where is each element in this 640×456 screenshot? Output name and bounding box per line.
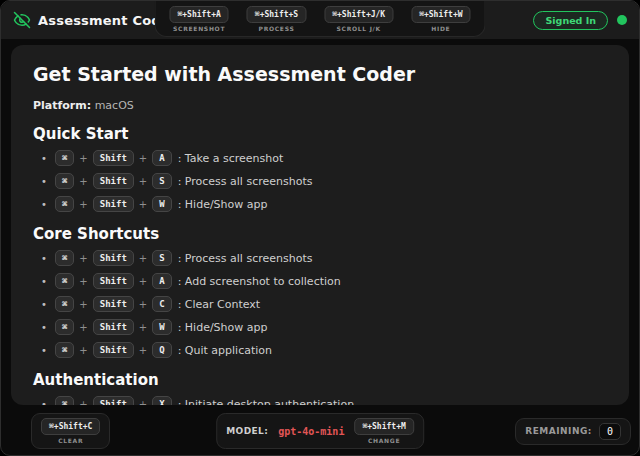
plus-separator: +	[139, 345, 147, 356]
remaining-box: REMAINING: 0	[515, 418, 631, 445]
shortcut-item: • ⌘+Shift+A : Take a screenshot	[41, 150, 607, 166]
shortcut-keys: ⌘+Shift+J/K	[324, 6, 393, 23]
clear-button[interactable]: ⌘+Shift+C CLEAR	[41, 418, 100, 444]
header-shortcut-button[interactable]: ⌘+Shift+W HIDE	[411, 6, 470, 32]
shortcut-item: • ⌘+Shift+W : Hide/Show app	[41, 319, 607, 335]
keys: ⌘+Shift+A	[55, 273, 172, 289]
key: Shift	[93, 396, 134, 405]
shortcut-section: Authentication • ⌘+Shift+X : Initiate de…	[33, 371, 607, 405]
model-label: MODEL:	[226, 426, 268, 436]
key: Shift	[93, 173, 134, 189]
clear-shortcut-keys: ⌘+Shift+C	[41, 418, 100, 435]
shortcut-list: • ⌘+Shift+X : Initiate desktop authentic…	[33, 396, 607, 405]
header-shortcut-button[interactable]: ⌘+Shift+A SCREENSHOT	[169, 6, 228, 32]
plus-separator: +	[79, 345, 87, 356]
key: Shift	[93, 250, 134, 266]
bullet: •	[41, 153, 47, 164]
key: A	[152, 273, 171, 289]
key: Shift	[93, 196, 134, 212]
platform-label: Platform:	[33, 99, 91, 112]
keys: ⌘+Shift+W	[55, 196, 172, 212]
page-title: Get Started with Assessment Coder	[33, 63, 607, 85]
bullet: •	[41, 399, 47, 406]
plus-separator: +	[79, 276, 87, 287]
remaining-count: 0	[599, 423, 621, 440]
key: W	[152, 196, 171, 212]
change-shortcut-label: CHANGE	[368, 437, 400, 444]
key: W	[152, 319, 171, 335]
keys: ⌘+Shift+W	[55, 319, 172, 335]
clear-shortcut-box: ⌘+Shift+C CLEAR	[31, 413, 110, 449]
shortcut-item: • ⌘+Shift+S : Process all screenshots	[41, 250, 607, 266]
shortcut-description: : Take a screenshot	[178, 152, 284, 165]
shortcut-description: : Add screenshot to collection	[178, 275, 341, 288]
keys: ⌘+Shift+S	[55, 173, 172, 189]
plus-separator: +	[139, 322, 147, 333]
shortcut-description: : Initiate desktop authentication	[178, 398, 355, 406]
shortcut-item: • ⌘+Shift+Q : Quit application	[41, 342, 607, 358]
section-heading: Quick Start	[33, 125, 607, 143]
shortcut-section: Quick Start • ⌘+Shift+A : Take a screens…	[33, 125, 607, 212]
keys: ⌘+Shift+A	[55, 150, 172, 166]
model-value: gpt-4o-mini	[278, 426, 344, 437]
plus-separator: +	[139, 153, 147, 164]
shortcut-description: : Process all screenshots	[178, 252, 313, 265]
key: ⌘	[55, 319, 74, 335]
bullet: •	[41, 176, 47, 187]
header-shortcut-button[interactable]: ⌘+Shift+J/K SCROLL J/K	[324, 6, 393, 32]
brand: Assessment Coder	[13, 11, 176, 29]
model-box: MODEL: gpt-4o-mini ⌘+Shift+M CHANGE	[216, 413, 424, 449]
keys: ⌘+Shift+X	[55, 396, 172, 405]
bullet: •	[41, 276, 47, 287]
key: ⌘	[55, 396, 74, 405]
signed-in-button[interactable]: Signed In	[533, 11, 608, 30]
plus-separator: +	[79, 322, 87, 333]
shortcut-list: • ⌘+Shift+A : Take a screenshot • ⌘+Shif…	[33, 150, 607, 212]
shortcut-list: • ⌘+Shift+S : Process all screenshots • …	[33, 250, 607, 358]
plus-separator: +	[79, 199, 87, 210]
shortcut-item: • ⌘+Shift+A : Add screenshot to collecti…	[41, 273, 607, 289]
plus-separator: +	[139, 399, 147, 406]
shortcut-description: : Hide/Show app	[178, 321, 268, 334]
eye-off-logo-icon	[13, 11, 31, 29]
section-heading: Authentication	[33, 371, 607, 389]
shortcut-item: • ⌘+Shift+C : Clear Context	[41, 296, 607, 312]
key: ⌘	[55, 296, 74, 312]
change-model-button[interactable]: ⌘+Shift+M CHANGE	[354, 418, 413, 444]
plus-separator: +	[139, 299, 147, 310]
shortcut-item: • ⌘+Shift+W : Hide/Show app	[41, 196, 607, 212]
bullet: •	[41, 345, 47, 356]
sections-container: Quick Start • ⌘+Shift+A : Take a screens…	[33, 125, 607, 405]
key: Shift	[93, 319, 134, 335]
keys: ⌘+Shift+S	[55, 250, 172, 266]
key: S	[152, 173, 171, 189]
key: ⌘	[55, 173, 74, 189]
shortcut-section: Core Shortcuts • ⌘+Shift+S : Process all…	[33, 225, 607, 358]
status-dot	[617, 15, 627, 25]
header-right: Signed In	[533, 11, 627, 30]
plus-separator: +	[139, 199, 147, 210]
key: Shift	[93, 296, 134, 312]
key: Shift	[93, 342, 134, 358]
key: Shift	[93, 273, 134, 289]
shortcut-label: SCREENSHOT	[173, 25, 225, 32]
shortcut-keys: ⌘+Shift+W	[411, 6, 470, 23]
section-heading: Core Shortcuts	[33, 225, 607, 243]
platform-line: Platform: macOS	[33, 99, 607, 112]
shortcut-keys: ⌘+Shift+A	[169, 6, 228, 23]
keys: ⌘+Shift+C	[55, 296, 172, 312]
key: ⌘	[55, 250, 74, 266]
key: ⌘	[55, 150, 74, 166]
plus-separator: +	[79, 253, 87, 264]
header-shortcut-group: ⌘+Shift+A SCREENSHOT ⌘+Shift+S PROCESS ⌘…	[154, 1, 485, 37]
key: A	[152, 150, 171, 166]
bottom-bar: ⌘+Shift+C CLEAR MODEL: gpt-4o-mini ⌘+Shi…	[1, 411, 639, 455]
change-shortcut-keys: ⌘+Shift+M	[354, 418, 413, 435]
plus-separator: +	[79, 399, 87, 406]
key: Q	[152, 342, 171, 358]
header-shortcut-button[interactable]: ⌘+Shift+S PROCESS	[247, 6, 306, 32]
key: X	[152, 396, 171, 405]
key: C	[152, 296, 171, 312]
key: ⌘	[55, 342, 74, 358]
plus-separator: +	[139, 253, 147, 264]
